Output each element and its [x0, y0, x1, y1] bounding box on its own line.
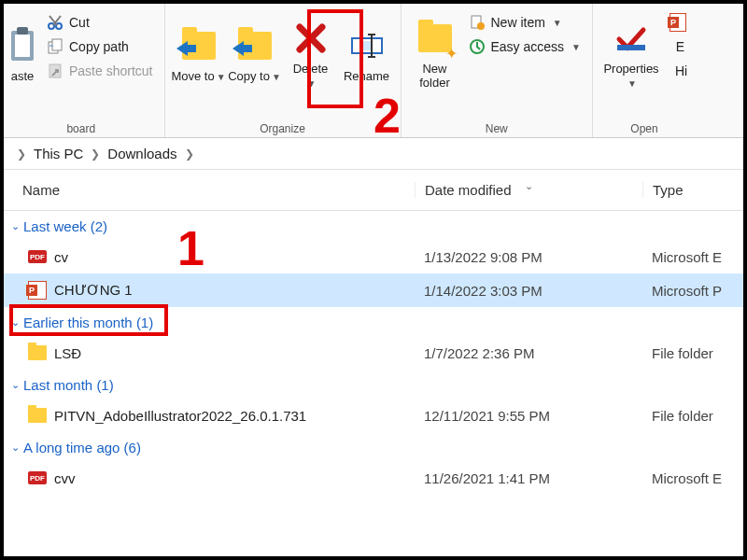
- file-date: 12/11/2021 9:55 PM: [415, 408, 642, 424]
- folder-icon: [28, 406, 47, 425]
- file-type: Microsoft E: [642, 249, 743, 265]
- file-row-chuong1[interactable]: CHƯƠNG 1 1/14/2022 3:03 PM Microsoft P: [4, 273, 743, 307]
- rename-icon: [348, 25, 386, 66]
- paste-label: aste: [11, 70, 35, 84]
- chevron-right-icon: ❯: [91, 147, 100, 161]
- file-date: 1/14/2022 3:03 PM: [415, 283, 642, 299]
- chevron-down-icon: ▼: [307, 78, 317, 89]
- chevron-down-icon: ▼: [272, 72, 281, 82]
- breadcrumb-this-pc[interactable]: This PC: [34, 146, 83, 161]
- chevron-down-icon: ⌄: [11, 379, 20, 391]
- ribbon-group-new: ✦ New folder New item▼ Easy access▼ New: [402, 4, 594, 137]
- cut-label: Cut: [69, 15, 90, 30]
- paste-button[interactable]: aste: [4, 7, 41, 101]
- column-header-name[interactable]: Name: [4, 182, 415, 198]
- breadcrumb-downloads[interactable]: Downloads: [107, 146, 176, 161]
- rename-button[interactable]: Rename: [339, 7, 395, 101]
- clipboard-icon: [4, 25, 41, 66]
- svg-rect-2: [17, 27, 28, 35]
- new-folder-icon: ✦: [416, 18, 454, 59]
- paste-shortcut-button[interactable]: Paste shortcut: [43, 60, 157, 82]
- file-date: 1/7/2022 2:36 PM: [415, 345, 642, 361]
- chevron-down-icon: ▼: [553, 18, 562, 28]
- svg-rect-10: [360, 41, 371, 50]
- file-type: File folder: [642, 345, 743, 361]
- paste-shortcut-label: Paste shortcut: [69, 63, 153, 78]
- file-name: PITVN_AdobeIllustrator2022_26.0.1.731: [54, 408, 306, 424]
- file-type: Microsoft E: [642, 470, 743, 486]
- new-folder-button[interactable]: ✦ New folder: [407, 7, 463, 101]
- file-row-pitvn[interactable]: PITVN_AdobeIllustrator2022_26.0.1.731 12…: [4, 399, 743, 432]
- group-label-new: New: [486, 120, 508, 135]
- powerpoint-icon: [28, 281, 47, 300]
- svg-point-15: [477, 22, 485, 30]
- file-date: 11/26/2021 1:41 PM: [415, 470, 642, 486]
- group-header-earlier-month[interactable]: ⌄ Earlier this month (1): [4, 307, 743, 336]
- group-label-clipboard: board: [66, 120, 95, 135]
- group-header-last-month[interactable]: ⌄ Last month (1): [4, 370, 743, 399]
- edit-button-fragment[interactable]: E: [666, 35, 688, 58]
- new-item-icon: [469, 14, 486, 31]
- column-header-type[interactable]: Type: [642, 182, 743, 198]
- pdf-icon: PDF: [28, 247, 47, 266]
- properties-icon: [613, 18, 650, 59]
- ribbon-toolbar: aste Cut w.. Copy path Paste shortcut bo…: [4, 4, 743, 138]
- easy-access-icon: [469, 38, 486, 55]
- chevron-down-icon: ▼: [217, 72, 226, 82]
- copy-path-button[interactable]: w.. Copy path: [43, 35, 157, 58]
- group-label-open: Open: [630, 120, 657, 135]
- chevron-down-icon: ▼: [627, 78, 637, 89]
- history-button-fragment[interactable]: Hi: [666, 60, 688, 82]
- ribbon-group-organize: Move to▼ Copy to▼ Delete▼ Rename: [165, 4, 402, 137]
- open-button-fragment[interactable]: O: [666, 11, 688, 34]
- sort-descending-icon: ⌄: [525, 180, 533, 192]
- file-name: CHƯƠNG 1: [54, 282, 133, 299]
- ribbon-group-clipboard: aste Cut w.. Copy path Paste shortcut bo…: [4, 4, 165, 137]
- column-headers: Name ⌄ Date modified Type: [4, 170, 743, 211]
- group-header-long-time-ago[interactable]: ⌄ A long time ago (6): [4, 432, 743, 461]
- column-header-date-modified[interactable]: ⌄ Date modified: [415, 182, 642, 198]
- chevron-right-icon: ❯: [17, 147, 26, 161]
- chevron-down-icon: ▼: [571, 42, 581, 52]
- new-item-button[interactable]: New item▼: [465, 11, 585, 34]
- ribbon-group-open: Properties▼ O E Hi Open: [593, 4, 696, 137]
- chevron-down-icon: ⌄: [11, 441, 20, 454]
- delete-x-icon: [292, 18, 330, 59]
- powerpoint-icon: [669, 14, 686, 31]
- properties-button[interactable]: Properties▼: [599, 7, 664, 101]
- edit-icon: [669, 38, 670, 55]
- chevron-down-icon: ⌄: [11, 220, 20, 232]
- svg-rect-1: [15, 35, 30, 57]
- easy-access-button[interactable]: Easy access▼: [465, 35, 585, 58]
- file-name: cv: [54, 249, 68, 265]
- copy-path-label: Copy path: [69, 39, 129, 54]
- paste-shortcut-icon: [47, 63, 63, 79]
- scissors-icon: [47, 14, 63, 31]
- copy-to-button[interactable]: Copy to▼: [227, 7, 283, 101]
- file-list: ⌄ Last week (2) PDFcv 1/13/2022 9:08 PM …: [4, 211, 743, 495]
- file-name: cvv: [54, 470, 76, 486]
- delete-button[interactable]: Delete▼: [283, 7, 339, 101]
- breadcrumb[interactable]: ❯ This PC ❯ Downloads ❯: [4, 138, 743, 170]
- file-type: File folder: [642, 408, 743, 424]
- chevron-right-icon: ❯: [185, 147, 194, 161]
- move-to-button[interactable]: Move to▼: [171, 7, 227, 101]
- move-to-icon: [180, 25, 218, 66]
- group-label-organize: Organize: [260, 120, 305, 135]
- copy-path-icon: w..: [47, 38, 63, 55]
- svg-text:w..: w..: [49, 43, 54, 48]
- file-row-cv[interactable]: PDFcv 1/13/2022 9:08 PM Microsoft E: [4, 240, 743, 273]
- file-row-lsd[interactable]: LSĐ 1/7/2022 2:36 PM File folder: [4, 336, 743, 370]
- file-name: LSĐ: [54, 345, 81, 361]
- copy-to-icon: [236, 25, 274, 66]
- file-row-cvv[interactable]: PDFcvv 11/26/2021 1:41 PM Microsoft E: [4, 461, 743, 495]
- cut-button[interactable]: Cut: [43, 11, 157, 34]
- chevron-down-icon: ⌄: [11, 316, 20, 329]
- group-header-last-week[interactable]: ⌄ Last week (2): [4, 211, 743, 240]
- folder-icon: [28, 343, 47, 362]
- file-date: 1/13/2022 9:08 PM: [415, 249, 642, 265]
- svg-rect-17: [617, 45, 645, 50]
- pdf-icon: PDF: [28, 469, 47, 487]
- file-type: Microsoft P: [642, 283, 743, 299]
